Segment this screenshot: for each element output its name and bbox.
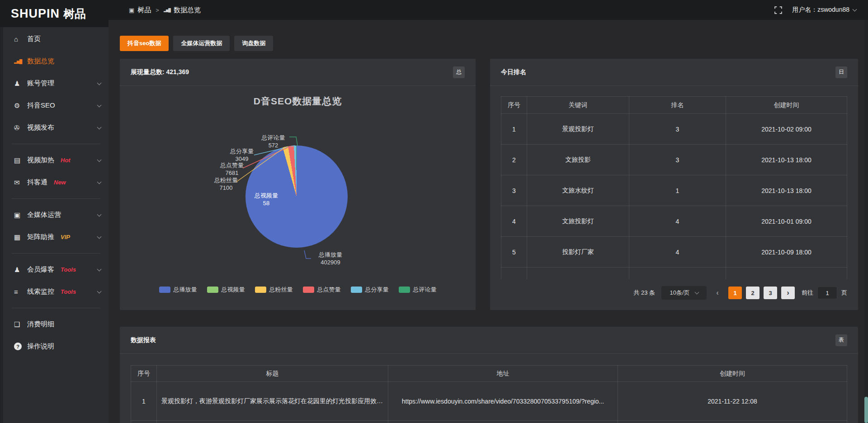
cell-url-link[interactable]: https://www.iesdouyin.com/share/video/70…: [388, 382, 618, 421]
breadcrumb-item-home[interactable]: ▣ 树品: [129, 6, 151, 14]
sidebar-item-matrix-boost[interactable]: ▦ 矩阵助推 VIP: [3, 226, 108, 248]
fullscreen-icon[interactable]: [774, 6, 782, 14]
breadcrumb-separator: >: [156, 7, 159, 14]
legend-swatch: [159, 287, 170, 293]
cell-created: 2021-10-09 18:00: [726, 237, 847, 268]
impressions-total: 展现量总数: 421,369: [131, 68, 189, 76]
goto-label: 前往: [802, 289, 813, 297]
legend-item-likes[interactable]: 总点赞量: [303, 286, 341, 294]
cell-created: 2021-10-01 09:00: [726, 206, 847, 237]
cell-no: 5: [501, 237, 527, 268]
sidebar-item-label: 首页: [27, 35, 41, 43]
topbar: ▣ 树品 > ▂▅█ 数据总览 用户名：zswodun88: [108, 0, 868, 20]
new-badge: New: [54, 179, 66, 186]
day-toggle-button[interactable]: 日: [835, 66, 847, 78]
sidebar-item-label: 线索监控: [27, 287, 54, 296]
sidebar-item-label: 视频发布: [27, 123, 54, 132]
tools-badge: Tools: [61, 266, 76, 273]
sidebar-item-label: 账号管理: [27, 79, 54, 88]
prev-page-button[interactable]: ‹: [711, 287, 724, 299]
logo: SHUPIN 树品: [0, 0, 108, 27]
sidebar-item-media-operation[interactable]: ▣ 全媒体运营: [3, 204, 108, 226]
user-icon: ♟: [14, 80, 27, 88]
overview-panel: 展现量总数: 421,369 总 D音SEO数据量总览 总评论量572 总分享量…: [120, 59, 476, 310]
page-size-value: 10条/页: [670, 289, 689, 297]
tab-douyin-seo[interactable]: 抖音seo数据: [120, 36, 169, 51]
sidebar-item-label: 数据总览: [27, 57, 54, 66]
breadcrumb: ▣ 树品 > ▂▅█ 数据总览: [129, 6, 201, 14]
user-dropdown[interactable]: 用户名：zswodun88: [792, 6, 856, 14]
dashboard-app: SHUPIN 树品 ▣ 树品 > ▂▅█ 数据总览 用户名：zswodun88: [0, 0, 868, 423]
logo-text-cn: 树品: [63, 6, 86, 21]
legend-item-comments[interactable]: 总评论量: [399, 286, 437, 294]
cell-keyword: 文旅水纹灯: [527, 175, 629, 206]
report-table: 序号 标题 地址 创建时间 1 景观投影灯，夜游景观投影灯厂家展示展示落花灯在花…: [131, 365, 847, 423]
page-size-select[interactable]: 10条/页: [661, 286, 707, 300]
cell-no: 4: [501, 206, 527, 237]
next-page-button[interactable]: ›: [781, 287, 795, 299]
sidebar-item-video-heat[interactable]: ▤ 视频加热 Hot: [3, 149, 108, 171]
table-row: 4 文旅投影灯 4 2021-10-01 09:00: [501, 206, 847, 237]
chevron-down-icon: [97, 80, 102, 85]
sidebar-item-member[interactable]: ♟ 会员爆客 Tools: [3, 258, 108, 281]
gear-icon: ⚙: [14, 102, 27, 110]
legend-item-fans[interactable]: 总粉丝量: [255, 286, 293, 294]
page-button-3[interactable]: 3: [764, 287, 777, 299]
chevron-down-icon: [97, 179, 102, 184]
overview-panel-header: 展现量总数: 421,369 总: [120, 59, 476, 86]
chevron-down-icon: [97, 157, 102, 162]
pie-label-likes: 总点赞量7681: [216, 161, 248, 177]
message-icon: ✉: [14, 179, 27, 187]
pie-label-fans: 总粉丝量7100: [210, 176, 242, 192]
cell-no: 1: [131, 382, 157, 421]
sidebar-item-label: 全媒体运营: [27, 211, 61, 219]
legend-swatch: [303, 287, 314, 293]
legend-swatch: [207, 287, 218, 293]
sidebar-divider: [11, 144, 100, 144]
col-title: 标题: [157, 366, 388, 382]
sidebar-item-consumption[interactable]: ❑ 消费明细: [3, 313, 108, 335]
breadcrumb-item-overview[interactable]: ▂▅█ 数据总览: [164, 6, 201, 14]
cell-keyword: 投影灯厂家: [527, 237, 629, 268]
page-button-2[interactable]: 2: [746, 287, 760, 299]
cell-rank: 1: [629, 175, 726, 206]
cell-keyword: 景观投影灯: [527, 114, 629, 145]
table-header-row: 序号 关键词 排名 创建时间: [501, 97, 847, 114]
rank-panel: 今日排名 日 序号 关键词 排名 创建时间 1 景观投影灯: [490, 59, 858, 310]
cell-created: 2021-10-02 09:00: [726, 114, 847, 145]
total-toggle-button[interactable]: 总: [453, 66, 465, 78]
sidebar-item-help[interactable]: ? 操作说明: [3, 335, 108, 357]
sidebar-item-clue-monitor[interactable]: ≡ 线索监控 Tools: [3, 281, 108, 303]
sidebar-item-label: 消费明细: [27, 320, 54, 329]
sidebar-item-home[interactable]: ⌂ 首页: [3, 28, 108, 50]
rank-table-wrap: 序号 关键词 排名 创建时间 1 景观投影灯 3 2021-10-02 09:0…: [501, 96, 847, 279]
home-icon: ⌂: [14, 35, 27, 43]
vip-badge: VIP: [61, 234, 70, 240]
sidebar-item-video-publish[interactable]: ✇ 视频发布: [3, 117, 108, 139]
page-button-1[interactable]: 1: [728, 287, 742, 299]
scrollbar-track[interactable]: [864, 20, 868, 423]
legend-item-plays[interactable]: 总播放量: [159, 286, 197, 294]
sidebar-item-data-overview[interactable]: ▂▅█ 数据总览: [3, 50, 108, 72]
chevron-down-icon: [97, 234, 102, 239]
legend-item-videos[interactable]: 总视频量: [207, 286, 245, 294]
rank-table: 序号 关键词 排名 创建时间 1 景观投影灯 3 2021-10-02 09:0…: [501, 96, 847, 279]
col-created: 创建时间: [618, 366, 847, 382]
goto-page: 前往 页: [802, 287, 847, 299]
sidebar-item-douyin-seo[interactable]: ⚙ 抖音SEO: [3, 94, 108, 117]
chevron-down-icon: [853, 7, 857, 12]
tab-inquiry[interactable]: 询盘数据: [234, 36, 273, 51]
col-url: 地址: [388, 366, 618, 382]
tab-media-operation[interactable]: 全媒体运营数据: [173, 36, 230, 51]
table-toggle-button[interactable]: 表: [835, 334, 847, 346]
col-no: 序号: [131, 366, 157, 382]
legend-item-shares[interactable]: 总分享量: [351, 286, 389, 294]
pie-label-plays: 总播放量402909: [312, 251, 349, 266]
question-circle-icon: ?: [14, 343, 22, 350]
chevron-down-icon: [97, 267, 102, 271]
sidebar-item-account[interactable]: ♟ 账号管理: [3, 72, 108, 94]
table-row: 1 景观投影灯，夜游景观投影灯厂家展示展示落花灯在花园里的灯光投影应用效果 # …: [131, 382, 847, 421]
sidebar-item-douketong[interactable]: ✉ 抖客通 New: [3, 171, 108, 193]
scrollbar-thumb[interactable]: [864, 397, 868, 423]
goto-page-input[interactable]: [817, 287, 837, 299]
